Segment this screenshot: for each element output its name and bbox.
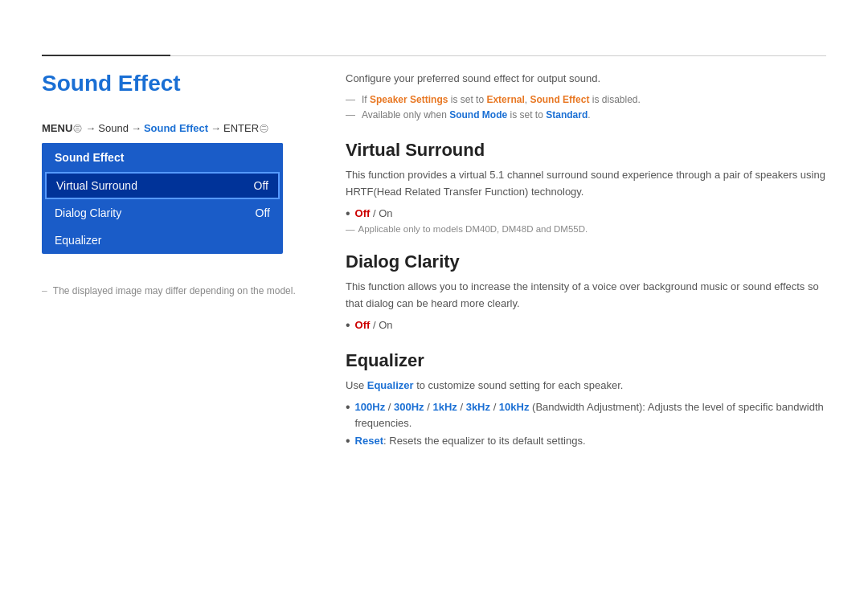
virtual-surround-bullet: • Off / On <box>346 206 826 222</box>
menu-header: Sound Effect <box>42 143 283 172</box>
menu-item-value-virtual-surround: Off <box>254 179 268 192</box>
breadcrumb: MENU ㊂ → Sound → Sound Effect → ENTER ㊁ <box>42 122 268 134</box>
note-standard-highlight: Standard <box>546 109 588 121</box>
breadcrumb-enter-symbol: ㊁ <box>260 122 268 134</box>
note-external-highlight: External <box>486 94 524 105</box>
page-title: Sound Effect <box>42 71 181 96</box>
menu-panel: Sound Effect Virtual Surround Off Dialog… <box>42 143 283 254</box>
menu-item-label-equalizer: Equalizer <box>55 234 101 247</box>
virtual-surround-footnote: — Applicable only to models DM40D, DM48D… <box>346 224 826 234</box>
breadcrumb-sound-effect: Sound Effect <box>144 122 208 134</box>
content-area: Configure your preferred sound effect fo… <box>346 71 826 452</box>
note-sound-effect-highlight: Sound Effect <box>530 94 589 105</box>
breadcrumb-arrow-2: → <box>131 122 141 134</box>
equalizer-title: Equalizer <box>346 350 826 371</box>
dialog-clarity-body: This function allows you to increase the… <box>346 279 826 313</box>
menu-item-label-dialog-clarity: Dialog Clarity <box>55 206 121 219</box>
menu-item-virtual-surround[interactable]: Virtual Surround Off <box>45 172 280 199</box>
note-speaker-settings: — If Speaker Settings is set to External… <box>346 93 826 107</box>
equalizer-frequencies-bullet: • 100Hz / 300Hz / 1kHz / 3kHz / 10kHz (B… <box>346 399 826 431</box>
breadcrumb-arrow-1: → <box>85 122 96 134</box>
top-bar <box>42 55 826 56</box>
top-bar-line <box>170 55 826 56</box>
virtual-surround-body: This function provides a virtual 5.1 cha… <box>346 167 826 201</box>
reset-highlight: Reset <box>355 435 383 447</box>
breadcrumb-menu-symbol: ㊂ <box>73 122 82 134</box>
breadcrumb-arrow-3: → <box>211 122 221 134</box>
dc-off-highlight: Off <box>355 319 371 331</box>
menu-item-dialog-clarity[interactable]: Dialog Clarity Off <box>42 199 283 227</box>
virtual-surround-title: Virtual Surround <box>346 140 826 161</box>
breadcrumb-sound: Sound <box>98 122 129 134</box>
menu-item-value-dialog-clarity: Off <box>256 206 270 219</box>
note-sound-mode-highlight: Sound Mode <box>449 109 507 121</box>
breadcrumb-menu: MENU <box>42 122 72 134</box>
intro-text: Configure your preferred sound effect fo… <box>346 71 826 87</box>
menu-item-equalizer[interactable]: Equalizer <box>42 227 283 254</box>
menu-item-label-virtual-surround: Virtual Surround <box>56 179 137 192</box>
equalizer-reset-bullet: • Reset: Resets the equalizer to its def… <box>346 433 826 449</box>
equalizer-highlight: Equalizer <box>367 379 414 391</box>
vs-off-highlight: Off <box>355 207 371 219</box>
top-bar-accent <box>42 55 170 56</box>
breadcrumb-enter: ENTER <box>223 122 259 134</box>
note-sound-mode: — Available only when Sound Mode is set … <box>346 108 826 122</box>
note-speaker-settings-highlight: Speaker Settings <box>370 94 448 105</box>
equalizer-body: Use Equalizer to customize sound setting… <box>346 378 826 394</box>
dialog-clarity-bullet: • Off / On <box>346 317 826 333</box>
footer-note: – The displayed image may differ dependi… <box>42 285 296 296</box>
dialog-clarity-title: Dialog Clarity <box>346 251 826 272</box>
